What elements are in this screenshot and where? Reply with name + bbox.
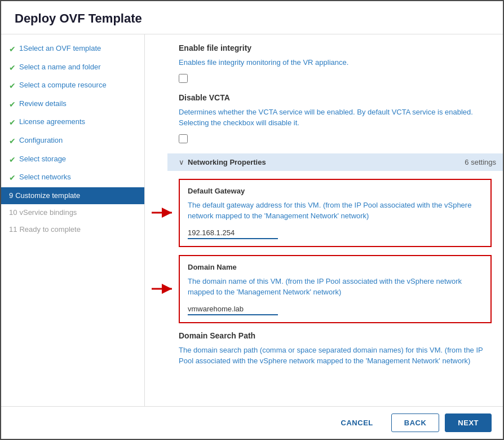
- arrow-indicator-gateway: [151, 206, 175, 219]
- default-gateway-card: Default Gateway The default gateway addr…: [179, 179, 492, 247]
- deploy-ovf-dialog: Deploy OVF Template ✔ 1 Select an OVF te…: [0, 0, 504, 440]
- main-content-area: Enable file integrity Enables file integ…: [145, 34, 503, 406]
- domain-name-card: Domain Name The domain name of this VM. …: [179, 255, 492, 323]
- step-number-10: 10: [9, 208, 17, 218]
- sidebar-step9-text: Customize template: [15, 191, 80, 201]
- sidebar-item-step3[interactable]: ✔ Select a compute resource: [1, 77, 144, 95]
- check-icon-step1: ✔: [9, 44, 16, 55]
- domain-search-path-section: Domain Search Path The domain search pat…: [179, 331, 492, 367]
- check-icon-step3: ✔: [9, 81, 16, 92]
- sidebar-step11-text: Ready to complete: [19, 225, 80, 235]
- arrow-indicator-domain: [151, 283, 175, 295]
- networking-header-title: Networking Properties: [188, 158, 465, 166]
- sidebar-step2-text: Select a name and folder: [19, 62, 101, 72]
- sidebar-step4-text: Review details: [19, 99, 67, 109]
- dialog-body: ✔ 1 Select an OVF template ✔ Select a na…: [1, 34, 503, 406]
- sidebar-step10-text: vService bindings: [19, 208, 77, 218]
- domain-name-wrapper: Domain Name The domain name of this VM. …: [179, 255, 492, 323]
- sidebar-item-step1[interactable]: ✔ 1 Select an OVF template: [1, 40, 144, 59]
- back-button[interactable]: BACK: [391, 413, 440, 432]
- sidebar-step3-text: Select a compute resource: [19, 80, 107, 90]
- sidebar-item-step9[interactable]: 9 Customize template: [1, 187, 144, 204]
- domain-search-path-title: Domain Search Path: [179, 331, 492, 340]
- disable-vcta-description: Determines whether the VCTA service will…: [179, 107, 492, 129]
- networking-toggle-icon[interactable]: ∨: [179, 158, 184, 166]
- domain-name-title: Domain Name: [188, 263, 483, 271]
- step-number-9: 9: [9, 191, 13, 201]
- dialog-title: Deploy OVF Template: [1, 1, 503, 34]
- disable-vcta-row: [179, 134, 492, 143]
- sidebar-item-step2[interactable]: ✔ Select a name and folder: [1, 59, 144, 77]
- domain-search-path-description: The domain search path (comma or space s…: [179, 345, 492, 367]
- sidebar-step5-text: License agreements: [19, 117, 85, 127]
- check-icon-step7: ✔: [9, 155, 16, 166]
- step-number-11: 11: [9, 225, 17, 235]
- sidebar-item-step7[interactable]: ✔ Select storage: [1, 151, 144, 169]
- sidebar-step1-label: 1: [19, 43, 23, 54]
- domain-name-description: The domain name of this VM. (from the IP…: [188, 276, 483, 298]
- sidebar-item-step8[interactable]: ✔ Select networks: [1, 169, 144, 187]
- check-icon-step2: ✔: [9, 63, 16, 74]
- default-gateway-input[interactable]: [188, 227, 278, 239]
- enable-file-integrity-row: [179, 74, 492, 83]
- sidebar-item-step11: 11 Ready to complete: [1, 221, 144, 238]
- check-icon-step5: ✔: [9, 117, 16, 129]
- default-gateway-title: Default Gateway: [188, 187, 483, 195]
- enable-file-integrity-description: Enables file integrity monitoring of the…: [179, 57, 492, 68]
- sidebar: ✔ 1 Select an OVF template ✔ Select a na…: [1, 34, 145, 406]
- arrow-icon-gateway: [151, 206, 175, 219]
- next-button[interactable]: NEXT: [445, 413, 492, 432]
- enable-file-integrity-title: Enable file integrity: [179, 43, 492, 52]
- check-icon-step6: ✔: [9, 136, 16, 147]
- networking-header-count: 6 settings: [465, 158, 496, 166]
- sidebar-step7-text: Select storage: [19, 154, 66, 164]
- domain-name-input[interactable]: [188, 303, 278, 315]
- sidebar-item-step10: 10 vService bindings: [1, 204, 144, 221]
- dialog-footer: CANCEL BACK NEXT: [1, 406, 503, 439]
- disable-vcta-title: Disable VCTA: [179, 93, 492, 102]
- default-gateway-description: The default gateway address for this VM.…: [188, 200, 483, 222]
- sidebar-step6-text: Configuration: [19, 135, 63, 146]
- cancel-button[interactable]: CANCEL: [329, 414, 386, 432]
- main-wrapper: Enable file integrity Enables file integ…: [145, 34, 503, 376]
- enable-file-integrity-checkbox[interactable]: [179, 74, 188, 83]
- default-gateway-wrapper: Default Gateway The default gateway addr…: [179, 179, 492, 247]
- sidebar-step1-text: Select an OVF template: [23, 43, 101, 54]
- check-icon-step4: ✔: [9, 99, 16, 111]
- arrow-icon-domain: [151, 283, 175, 295]
- sidebar-item-step5[interactable]: ✔ License agreements: [1, 113, 144, 132]
- sidebar-item-step6[interactable]: ✔ Configuration: [1, 132, 144, 151]
- disable-vcta-checkbox[interactable]: [179, 134, 188, 143]
- sidebar-item-step4[interactable]: ✔ Review details: [1, 95, 144, 114]
- check-icon-step8: ✔: [9, 173, 16, 184]
- sidebar-step8-text: Select networks: [19, 172, 71, 182]
- networking-properties-header[interactable]: ∨ Networking Properties 6 settings: [167, 153, 503, 171]
